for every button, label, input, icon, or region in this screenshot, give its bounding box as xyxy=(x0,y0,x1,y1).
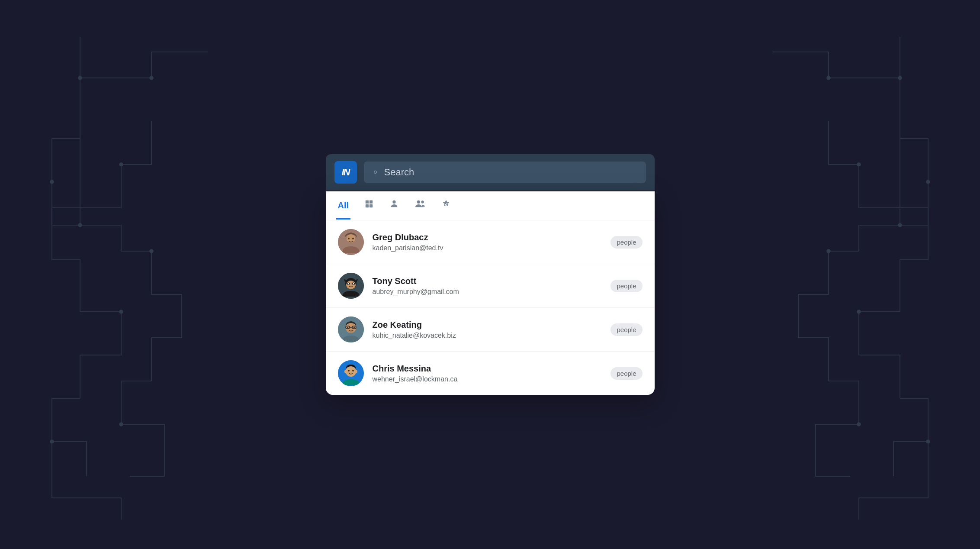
tab-person[interactable] xyxy=(388,191,401,220)
boards-icon xyxy=(364,199,374,211)
svg-point-46 xyxy=(352,370,354,371)
app-logo[interactable]: IN xyxy=(334,161,357,184)
header-bar: IN ⚬ Search xyxy=(326,154,655,191)
svg-point-11 xyxy=(857,163,861,166)
svg-point-27 xyxy=(348,238,350,239)
svg-rect-18 xyxy=(366,200,369,203)
main-ui-container: IN ⚬ Search All xyxy=(326,154,655,395)
result-badge: people xyxy=(610,280,642,292)
result-info: Chris Messina wehner_israel@lockman.ca xyxy=(373,364,602,383)
svg-rect-21 xyxy=(370,204,373,207)
result-name: Greg Dlubacz xyxy=(373,233,602,242)
svg-point-0 xyxy=(78,76,82,80)
svg-point-24 xyxy=(421,200,424,203)
tab-boards[interactable] xyxy=(363,191,376,220)
result-badge: people xyxy=(610,367,642,380)
avatar xyxy=(338,229,364,255)
svg-point-17 xyxy=(857,423,861,426)
svg-point-44 xyxy=(346,366,356,377)
tabs-row: All xyxy=(326,191,655,220)
logo-text: IN xyxy=(342,168,350,177)
svg-point-3 xyxy=(78,223,82,227)
result-item[interactable]: Chris Messina wehner_israel@lockman.ca p… xyxy=(326,352,655,395)
svg-point-12 xyxy=(898,223,902,227)
person-icon xyxy=(389,199,399,211)
person2-icon xyxy=(414,199,426,211)
svg-point-9 xyxy=(898,76,902,80)
result-badge: people xyxy=(610,236,642,249)
svg-point-23 xyxy=(417,200,420,203)
result-item[interactable]: Zoe Keating kuhic_natalie@kovacek.biz pe… xyxy=(326,308,655,352)
svg-point-41 xyxy=(347,327,348,328)
result-item[interactable]: Greg Dlubacz kaden_parisian@ted.tv peopl… xyxy=(326,220,655,264)
svg-point-10 xyxy=(827,76,830,80)
tab-verified[interactable] xyxy=(440,191,453,220)
svg-point-7 xyxy=(50,440,54,443)
result-email: kaden_parisian@ted.tv xyxy=(373,244,602,252)
avatar xyxy=(338,360,364,386)
svg-point-5 xyxy=(119,310,123,313)
svg-point-15 xyxy=(827,249,830,253)
svg-point-47 xyxy=(344,370,347,373)
result-list: Greg Dlubacz kaden_parisian@ted.tv peopl… xyxy=(326,220,655,395)
dropdown-panel: All xyxy=(326,191,655,395)
result-email: kuhic_natalie@kovacek.biz xyxy=(373,332,602,339)
svg-point-1 xyxy=(150,76,153,80)
svg-point-13 xyxy=(926,180,930,184)
search-icon: ⚬ xyxy=(372,167,379,178)
result-info: Zoe Keating kuhic_natalie@kovacek.biz xyxy=(373,320,602,339)
result-info: Greg Dlubacz kaden_parisian@ted.tv xyxy=(373,233,602,252)
check-badge-icon xyxy=(441,199,451,211)
tab-person2[interactable] xyxy=(413,191,427,220)
tab-all[interactable]: All xyxy=(336,193,351,220)
svg-point-6 xyxy=(150,249,153,253)
svg-point-14 xyxy=(857,310,861,313)
search-bar[interactable]: ⚬ Search xyxy=(364,161,646,183)
svg-point-8 xyxy=(119,423,123,426)
result-info: Tony Scott aubrey_murphy@gmail.com xyxy=(373,276,602,296)
svg-point-2 xyxy=(119,163,123,166)
svg-point-31 xyxy=(346,281,356,289)
result-badge: people xyxy=(610,323,642,336)
search-label: Search xyxy=(384,167,414,178)
svg-point-45 xyxy=(348,370,350,371)
result-name: Zoe Keating xyxy=(373,320,602,330)
result-name: Tony Scott xyxy=(373,276,602,286)
avatar xyxy=(338,316,364,342)
svg-point-28 xyxy=(352,238,354,239)
svg-point-4 xyxy=(50,180,54,184)
avatar xyxy=(338,273,364,299)
result-email: wehner_israel@lockman.ca xyxy=(373,375,602,383)
svg-rect-20 xyxy=(366,204,369,207)
svg-point-16 xyxy=(926,440,930,443)
svg-point-22 xyxy=(392,200,395,203)
svg-rect-19 xyxy=(370,200,373,203)
svg-point-42 xyxy=(353,327,355,328)
result-item[interactable]: Tony Scott aubrey_murphy@gmail.com peopl… xyxy=(326,264,655,308)
result-email: aubrey_murphy@gmail.com xyxy=(373,288,602,296)
svg-point-34 xyxy=(347,283,349,284)
svg-point-48 xyxy=(355,370,357,373)
result-name: Chris Messina xyxy=(373,364,602,374)
svg-point-35 xyxy=(353,283,354,284)
